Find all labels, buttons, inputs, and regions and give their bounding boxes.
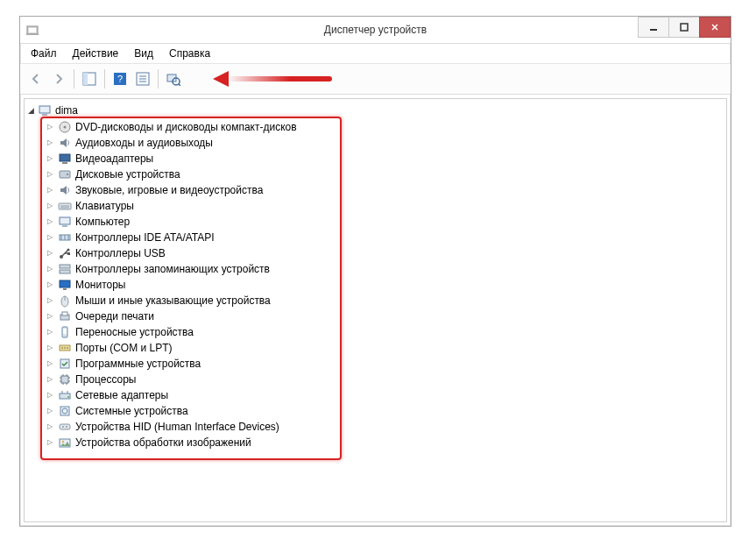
expand-icon[interactable]: ▷ — [46, 245, 54, 261]
expand-icon[interactable]: ▷ — [46, 214, 54, 230]
menu-action[interactable]: Действие — [66, 46, 126, 61]
tree-node-label: Клавиатуры — [75, 198, 134, 214]
svg-rect-70 — [60, 424, 70, 429]
tree-node-label: Переносные устройства — [75, 324, 194, 340]
svg-text:?: ? — [117, 74, 123, 84]
menu-view[interactable]: Вид — [127, 46, 160, 61]
disk-icon — [58, 167, 72, 181]
tree-node[interactable]: ▷Контроллеры USB — [46, 245, 724, 261]
expand-icon[interactable]: ▷ — [46, 372, 54, 387]
expand-icon[interactable]: ▷ — [46, 293, 54, 308]
tree-node[interactable]: ▷Контроллеры IDE ATA/ATAPI — [46, 230, 724, 245]
expand-icon[interactable]: ▷ — [46, 277, 54, 293]
tree-node[interactable]: ▷Мониторы — [46, 277, 724, 293]
tree-node[interactable]: ▷Устройства HID (Human Interface Devices… — [46, 419, 724, 435]
expand-icon[interactable]: ▷ — [46, 167, 54, 182]
tree-node[interactable]: ▷Переносные устройства — [46, 324, 724, 340]
svg-rect-1 — [29, 28, 36, 32]
tree-node[interactable]: ▷Программные устройства — [46, 356, 724, 372]
cpu-icon — [58, 372, 72, 386]
tree-node[interactable]: ▷Процессоры — [46, 372, 724, 387]
system-icon — [58, 404, 72, 418]
maximize-button[interactable] — [668, 17, 700, 38]
show-hide-tree-button[interactable] — [79, 68, 100, 89]
svg-point-53 — [67, 347, 68, 349]
tree-node-label: Компьютер — [75, 214, 130, 230]
svg-rect-8 — [83, 73, 88, 85]
tree-node[interactable]: ▷Мыши и иные указывающие устройства — [46, 293, 724, 308]
expand-icon[interactable]: ▷ — [46, 324, 54, 340]
tree-node-label: Контроллеры запоминающих устройств — [75, 261, 270, 277]
properties-button[interactable] — [132, 68, 153, 89]
svg-rect-39 — [67, 252, 70, 255]
svg-rect-2 — [26, 33, 39, 35]
tree-node[interactable]: ▷Устройства обработки изображений — [46, 435, 724, 450]
tree-node-label: Программные устройства — [75, 356, 201, 372]
tree-node-label: Устройства HID (Human Interface Devices) — [75, 419, 279, 435]
audio-icon — [58, 183, 72, 197]
svg-rect-4 — [681, 24, 688, 31]
expand-icon[interactable]: ▷ — [46, 435, 54, 450]
menu-file[interactable]: Файл — [24, 46, 64, 61]
toolbar-separator — [74, 69, 74, 89]
tree-node[interactable]: ▷Дисковые устройства — [46, 167, 724, 182]
expand-icon[interactable]: ▷ — [46, 182, 54, 198]
svg-rect-3 — [650, 29, 657, 31]
titlebar: Диспетчер устройств — [20, 17, 731, 44]
expand-icon[interactable]: ▷ — [46, 356, 54, 372]
tree-node[interactable]: ▷Клавиатуры — [46, 198, 724, 214]
expand-icon[interactable]: ▷ — [46, 151, 54, 167]
display-icon — [58, 152, 72, 166]
tree-node[interactable]: ▷Контроллеры запоминающих устройств — [46, 261, 724, 277]
help-button[interactable]: ? — [110, 68, 131, 89]
tree-node-label: Дисковые устройства — [75, 167, 180, 182]
keyboard-icon — [58, 199, 72, 213]
nav-back-button[interactable] — [25, 68, 46, 89]
tree-node-label: Контроллеры USB — [75, 245, 166, 261]
menu-help[interactable]: Справка — [162, 46, 217, 61]
tree-node[interactable]: ▷Звуковые, игровые и видеоустройства — [46, 182, 724, 198]
tree-node[interactable]: ▷Сетевые адаптеры — [46, 387, 724, 403]
svg-rect-42 — [60, 280, 70, 287]
expand-icon[interactable]: ▷ — [46, 403, 54, 419]
audio-icon — [58, 136, 72, 150]
expand-icon[interactable]: ▷ — [46, 340, 54, 356]
tree-node-label: Сетевые адаптеры — [75, 387, 168, 403]
expand-icon[interactable]: ▷ — [46, 135, 54, 151]
expand-icon[interactable]: ▷ — [46, 419, 54, 435]
tree-node[interactable]: ▷Видеоадаптеры — [46, 151, 724, 167]
expand-icon[interactable]: ▷ — [46, 230, 54, 245]
tree-root-node[interactable]: ◢ dima — [26, 103, 724, 118]
close-button[interactable] — [699, 17, 731, 38]
tree-node-label: Процессоры — [75, 372, 137, 387]
toolbar-separator — [104, 69, 105, 89]
tree-node[interactable]: ▷Компьютер — [46, 214, 724, 230]
port-icon — [58, 341, 72, 355]
tree-node[interactable]: ▷Системные устройства — [46, 403, 724, 419]
minimize-button[interactable] — [638, 17, 669, 38]
expand-icon[interactable]: ▷ — [46, 119, 54, 135]
svg-point-38 — [67, 249, 70, 252]
svg-rect-18 — [39, 106, 50, 113]
tree-node-label: Мониторы — [75, 277, 125, 293]
scan-hardware-button[interactable] — [163, 68, 184, 89]
nav-forward-button[interactable] — [48, 68, 69, 89]
tree-node[interactable]: ▷Аудиовходы и аудиовыходы — [46, 135, 724, 151]
svg-point-52 — [64, 347, 66, 349]
software-icon — [58, 357, 72, 371]
expand-icon[interactable]: ▷ — [46, 198, 54, 214]
ide-icon — [58, 230, 72, 245]
tree-node[interactable]: ▷Очереди печати — [46, 308, 724, 324]
svg-point-51 — [61, 347, 63, 349]
svg-rect-40 — [60, 265, 70, 268]
expand-icon[interactable]: ▷ — [46, 308, 54, 324]
expand-icon[interactable]: ▷ — [46, 387, 54, 403]
tree-node[interactable]: ▷Порты (COM и LPT) — [46, 340, 724, 356]
tree-node[interactable]: ▷DVD-дисководы и дисководы компакт-диско… — [46, 119, 724, 135]
tree-node-label: DVD-дисководы и дисководы компакт-дисков — [75, 119, 297, 135]
device-manager-window: Диспетчер устройств Файл Действие Вид Сп… — [19, 16, 731, 527]
mouse-icon — [58, 294, 72, 308]
device-tree[interactable]: ◢ dima ▷DVD-дисководы и дисководы компак… — [25, 99, 726, 454]
svg-rect-49 — [63, 329, 67, 334]
expand-icon[interactable]: ▷ — [46, 261, 54, 277]
